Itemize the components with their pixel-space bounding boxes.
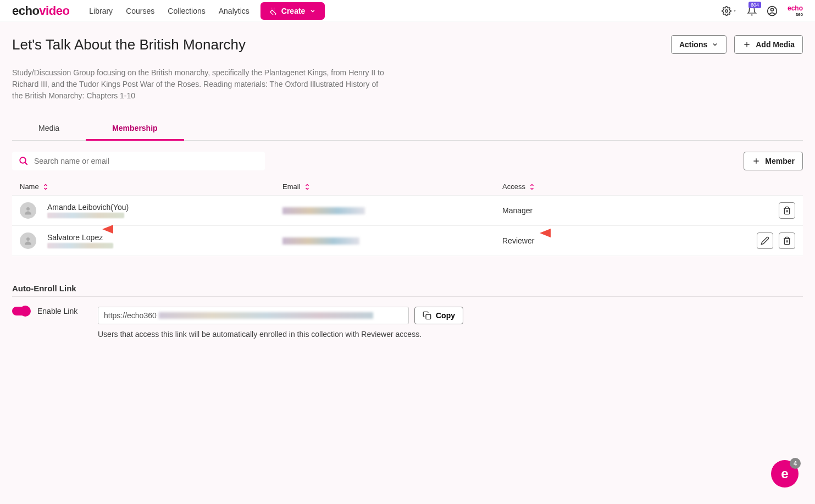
chevron-down-icon bbox=[309, 8, 316, 14]
fab-icon: e bbox=[781, 466, 788, 481]
add-member-button[interactable]: Member bbox=[744, 152, 803, 170]
wand-icon bbox=[269, 7, 277, 15]
page-header: Let's Talk About the British Monarchy Ac… bbox=[12, 35, 803, 54]
trash-icon bbox=[783, 236, 791, 245]
create-button[interactable]: Create bbox=[260, 2, 325, 20]
header-name[interactable]: Name bbox=[20, 182, 282, 191]
add-media-label: Add Media bbox=[756, 40, 795, 49]
redacted-text bbox=[47, 243, 113, 248]
auto-enroll-section: Enable Link https://echo360 Copy Users t… bbox=[12, 307, 803, 339]
gear-icon bbox=[722, 6, 731, 16]
delete-button[interactable] bbox=[779, 232, 795, 249]
main-nav: Library Courses Collections Analytics bbox=[89, 7, 249, 15]
nav-collections[interactable]: Collections bbox=[168, 7, 205, 15]
plus-icon bbox=[742, 40, 751, 49]
divider bbox=[12, 296, 803, 297]
header-email[interactable]: Email bbox=[282, 182, 502, 191]
svg-rect-6 bbox=[426, 314, 431, 319]
svg-point-0 bbox=[725, 9, 728, 12]
enable-link-toggle[interactable] bbox=[12, 307, 30, 315]
search-input[interactable] bbox=[34, 157, 258, 165]
brand-logo[interactable]: echovideo bbox=[12, 4, 69, 18]
settings-button[interactable] bbox=[722, 6, 737, 16]
search-icon bbox=[19, 156, 29, 166]
trash-icon bbox=[783, 206, 791, 215]
header-access[interactable]: Access bbox=[502, 182, 735, 191]
brand-part1: echo bbox=[12, 4, 39, 18]
sort-icon bbox=[529, 183, 535, 191]
top-right-controls: 604 echo360 bbox=[722, 4, 803, 17]
link-prefix: https://echo360 bbox=[104, 311, 157, 320]
tab-media[interactable]: Media bbox=[12, 117, 86, 140]
actions-label: Actions bbox=[679, 40, 707, 49]
avatar bbox=[20, 202, 36, 219]
fab-badge: 4 bbox=[790, 458, 801, 469]
page-description: Study/Discussion Group focusing on the B… bbox=[12, 67, 386, 102]
svg-point-2 bbox=[770, 8, 773, 11]
nav-library[interactable]: Library bbox=[89, 7, 113, 15]
actions-button[interactable]: Actions bbox=[671, 35, 727, 54]
redacted-link bbox=[159, 312, 373, 319]
nav-analytics[interactable]: Analytics bbox=[219, 7, 250, 15]
notifications-badge: 604 bbox=[749, 2, 761, 8]
redacted-email bbox=[282, 207, 365, 214]
tab-membership[interactable]: Membership bbox=[86, 117, 184, 141]
brand-part2: video bbox=[39, 4, 69, 18]
header-actions: Actions Add Media bbox=[671, 35, 803, 54]
svg-point-4 bbox=[26, 207, 30, 211]
account-button[interactable] bbox=[767, 5, 778, 16]
caret-down-icon bbox=[733, 9, 737, 13]
filter-row: Member bbox=[12, 152, 803, 170]
svg-point-3 bbox=[20, 157, 26, 163]
copy-button[interactable]: Copy bbox=[414, 307, 463, 324]
avatar bbox=[20, 232, 36, 249]
redacted-text bbox=[47, 213, 124, 218]
delete-button[interactable] bbox=[779, 202, 795, 219]
sort-icon bbox=[304, 183, 311, 191]
enroll-hint: Users that access this link will be auto… bbox=[98, 330, 463, 339]
copy-label: Copy bbox=[436, 311, 455, 320]
table-row: Amanda Leibovich(You) Manager bbox=[12, 195, 803, 226]
member-name: Amanda Leibovich(You) bbox=[47, 203, 129, 212]
sort-icon bbox=[42, 183, 49, 191]
table-row: Salvatore Lopez Reviewer bbox=[12, 226, 803, 256]
member-access: Reviewer bbox=[502, 236, 534, 245]
nav-courses[interactable]: Courses bbox=[126, 7, 154, 15]
copy-icon bbox=[423, 311, 431, 320]
notifications-button[interactable]: 604 bbox=[747, 6, 757, 16]
main-content: Let's Talk About the British Monarchy Ac… bbox=[0, 22, 815, 352]
auto-enroll-title: Auto-Enroll Link bbox=[12, 284, 803, 293]
help-fab[interactable]: e 4 bbox=[771, 460, 799, 488]
top-bar: echovideo Library Courses Collections An… bbox=[0, 0, 815, 22]
enable-link-label: Enable Link bbox=[37, 307, 90, 315]
plus-icon bbox=[752, 157, 761, 165]
secondary-logo[interactable]: echo360 bbox=[788, 4, 803, 17]
add-media-button[interactable]: Add Media bbox=[734, 35, 803, 54]
search-wrap bbox=[12, 152, 265, 170]
member-label: Member bbox=[765, 157, 795, 165]
user-circle-icon bbox=[767, 5, 778, 16]
tabs: Media Membership bbox=[12, 117, 803, 141]
table-header: Name Email Access bbox=[12, 178, 803, 195]
pencil-icon bbox=[761, 236, 769, 245]
create-label: Create bbox=[281, 7, 306, 15]
redacted-email bbox=[282, 237, 359, 245]
svg-point-5 bbox=[26, 237, 30, 241]
member-access: Manager bbox=[502, 206, 533, 215]
enroll-link-input[interactable]: https://echo360 bbox=[98, 307, 409, 324]
chevron-down-icon bbox=[712, 41, 718, 48]
page-title: Let's Talk About the British Monarchy bbox=[12, 36, 246, 53]
edit-button[interactable] bbox=[757, 232, 773, 249]
member-name: Salvatore Lopez bbox=[47, 233, 113, 242]
